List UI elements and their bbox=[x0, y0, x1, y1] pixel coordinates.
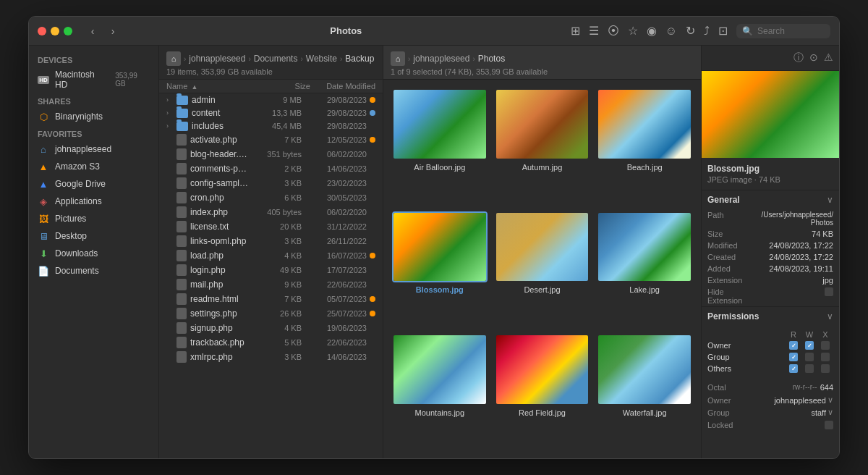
col-size-header[interactable]: Size bbox=[260, 82, 310, 91]
table-row[interactable]: load.php 4 KB 16/07/2023 bbox=[159, 248, 383, 263]
col-name-header[interactable]: Name ▲ bbox=[166, 82, 260, 91]
photo-thumbnail[interactable] bbox=[597, 334, 692, 405]
photo-label: Red Field.jpg bbox=[519, 408, 566, 417]
share-button[interactable]: ⤴ bbox=[704, 25, 710, 38]
list-item[interactable]: Autumn.jpg bbox=[495, 88, 590, 204]
search-input[interactable] bbox=[757, 26, 825, 36]
others-w-check[interactable] bbox=[801, 363, 817, 374]
table-row[interactable]: activate.php 7 KB 12/05/2023 bbox=[159, 133, 383, 147]
list-view-button[interactable]: ☰ bbox=[589, 24, 599, 38]
photo-thumbnail[interactable] bbox=[495, 334, 590, 405]
info-icon[interactable]: ⓘ bbox=[793, 51, 804, 64]
table-row[interactable]: readme.html 7 KB 05/07/2023 bbox=[159, 292, 383, 306]
warning-icon[interactable]: ⚠ bbox=[824, 51, 833, 64]
info-panel-toolbar: ⓘ ⊙ ⚠ bbox=[702, 46, 839, 71]
sidebar-item-documents[interactable]: 📄 Documents bbox=[29, 262, 158, 279]
file-name: content bbox=[192, 108, 251, 118]
sidebar-item-desktop[interactable]: 🖥 Desktop bbox=[29, 227, 158, 245]
icon-view-button[interactable]: ⊞ bbox=[571, 24, 580, 38]
octal-text: rw-r--r-- bbox=[793, 383, 817, 392]
action-icon[interactable]: ⊙ bbox=[809, 51, 818, 64]
col-date-header[interactable]: Date Modified bbox=[310, 82, 375, 91]
search-box[interactable]: 🔍 bbox=[736, 24, 830, 38]
sidebar-item-applications[interactable]: ◈ Applications bbox=[29, 193, 158, 210]
group-x-check[interactable] bbox=[817, 352, 833, 362]
table-row[interactable]: signup.php 4 KB 19/06/2023 bbox=[159, 321, 383, 335]
owner-dropdown[interactable]: johnappleseed ∨ bbox=[774, 395, 833, 405]
group-dropdown[interactable]: staff ∨ bbox=[811, 408, 833, 417]
photo-panel-header: ⌂ › johnappleseed › Photos 1 of 9 select… bbox=[383, 46, 701, 80]
permissions-section-header[interactable]: Permissions ∨ bbox=[702, 307, 839, 326]
table-row[interactable]: links-opml.php 3 KB 26/11/2022 bbox=[159, 234, 383, 248]
fullscreen-button[interactable] bbox=[64, 27, 72, 35]
photo-thumbnail[interactable] bbox=[495, 88, 590, 160]
locked-checkbox[interactable] bbox=[825, 421, 833, 429]
list-item[interactable]: Blossom.jpg bbox=[392, 211, 488, 327]
forward-button[interactable]: › bbox=[104, 22, 122, 40]
table-row[interactable]: › content 13,3 MB 29/08/2023 bbox=[159, 106, 383, 119]
list-item[interactable]: Air Balloon.jpg bbox=[392, 88, 488, 204]
back-button[interactable]: ‹ bbox=[84, 22, 101, 40]
breadcrumb-part-4: Backup bbox=[345, 54, 374, 64]
close-button[interactable] bbox=[38, 27, 46, 35]
expand-icon[interactable]: › bbox=[166, 122, 176, 130]
list-item[interactable]: Red Field.jpg bbox=[495, 334, 590, 450]
column-view-button[interactable]: ⦿ bbox=[608, 25, 619, 38]
list-item[interactable]: Waterfall.jpg bbox=[597, 334, 692, 450]
list-item[interactable]: Lake.jpg bbox=[597, 211, 692, 327]
list-item[interactable]: Desert.jpg bbox=[495, 211, 590, 327]
table-row[interactable]: comments-post.php 2 KB 14/06/2023 bbox=[159, 161, 383, 176]
table-row[interactable]: blog-header.php 351 bytes 06/02/2020 bbox=[159, 147, 383, 161]
file-date: 26/11/2022 bbox=[302, 237, 367, 245]
sidebar-item-johnappleseed[interactable]: ⌂ johnappleseed bbox=[29, 140, 158, 158]
refresh-button[interactable]: ↻ bbox=[686, 24, 695, 38]
sidebar-item-macintosh-hd[interactable]: HD Macintosh HD 353,99 GB bbox=[29, 67, 158, 93]
photo-thumbnail[interactable] bbox=[597, 211, 692, 283]
sidebar-item-downloads[interactable]: ⬇ Downloads bbox=[29, 245, 158, 262]
emoji-button[interactable]: ☺ bbox=[665, 25, 677, 38]
table-row[interactable]: › includes 45,4 MB 29/08/2023 bbox=[159, 119, 383, 133]
php-file-icon bbox=[176, 250, 187, 261]
star-button[interactable]: ☆ bbox=[628, 24, 638, 38]
sidebar-item-googledrive[interactable]: ▲ Google Drive bbox=[29, 175, 158, 193]
photo-thumbnail[interactable] bbox=[495, 211, 590, 283]
table-row[interactable]: trackback.php 5 KB 22/06/2023 bbox=[159, 335, 383, 350]
sidebar-item-amazons3[interactable]: ▲ Amazon S3 bbox=[29, 158, 158, 175]
minimize-button[interactable] bbox=[51, 27, 59, 35]
general-section-header[interactable]: General ∨ bbox=[702, 190, 839, 209]
table-row[interactable]: index.php 405 bytes 06/02/2020 bbox=[159, 205, 383, 219]
others-r-check[interactable]: ✓ bbox=[786, 363, 801, 374]
expand-icon[interactable]: › bbox=[166, 96, 176, 104]
table-row[interactable]: config-sample.php 3 KB 23/02/2023 bbox=[159, 176, 383, 190]
file-date: 29/08/2023 bbox=[302, 96, 367, 104]
photo-thumbnail-selected[interactable] bbox=[392, 211, 488, 283]
table-row[interactable]: xmlrpc.php 3 KB 14/06/2023 bbox=[159, 350, 383, 364]
photo-thumbnail[interactable] bbox=[392, 334, 488, 405]
list-item[interactable]: Mountains.jpg bbox=[392, 334, 488, 450]
owner-w-check[interactable]: ✓ bbox=[801, 340, 817, 350]
php-file-icon bbox=[176, 134, 187, 146]
table-row[interactable]: settings.php 26 KB 25/07/2023 bbox=[159, 306, 383, 321]
desktop-icon: 🖥 bbox=[38, 230, 49, 242]
list-item[interactable]: Beach.jpg bbox=[597, 88, 692, 204]
owner-r-check[interactable]: ✓ bbox=[786, 340, 801, 350]
others-x-check[interactable] bbox=[817, 363, 833, 374]
group-w-check[interactable] bbox=[801, 352, 817, 362]
table-row[interactable]: license.txt 20 KB 31/12/2022 bbox=[159, 219, 383, 234]
photo-thumbnail[interactable] bbox=[392, 88, 488, 160]
table-row[interactable]: login.php 49 KB 17/07/2023 bbox=[159, 263, 383, 277]
sidebar-item-binarynights[interactable]: ⬡ Binarynights bbox=[29, 108, 158, 125]
file-panel-header: ⌂ › johnappleseed › Documents › Website … bbox=[159, 46, 383, 80]
chevron-down-icon: ∨ bbox=[827, 408, 833, 417]
owner-x-check[interactable] bbox=[817, 340, 833, 350]
table-row[interactable]: cron.php 6 KB 30/05/2023 bbox=[159, 190, 383, 205]
hide-ext-checkbox[interactable] bbox=[825, 287, 833, 296]
table-row[interactable]: mail.php 9 KB 22/06/2023 bbox=[159, 277, 383, 292]
group-r-check[interactable]: ✓ bbox=[786, 352, 801, 362]
photo-thumbnail[interactable] bbox=[597, 88, 692, 160]
folder-button[interactable]: ⊡ bbox=[718, 24, 728, 38]
eye-button[interactable]: ◉ bbox=[647, 24, 657, 38]
sidebar-item-pictures[interactable]: 🖼 Pictures bbox=[29, 210, 158, 227]
table-row[interactable]: › admin 9 MB 29/08/2023 bbox=[159, 93, 383, 106]
expand-icon[interactable]: › bbox=[166, 109, 176, 117]
